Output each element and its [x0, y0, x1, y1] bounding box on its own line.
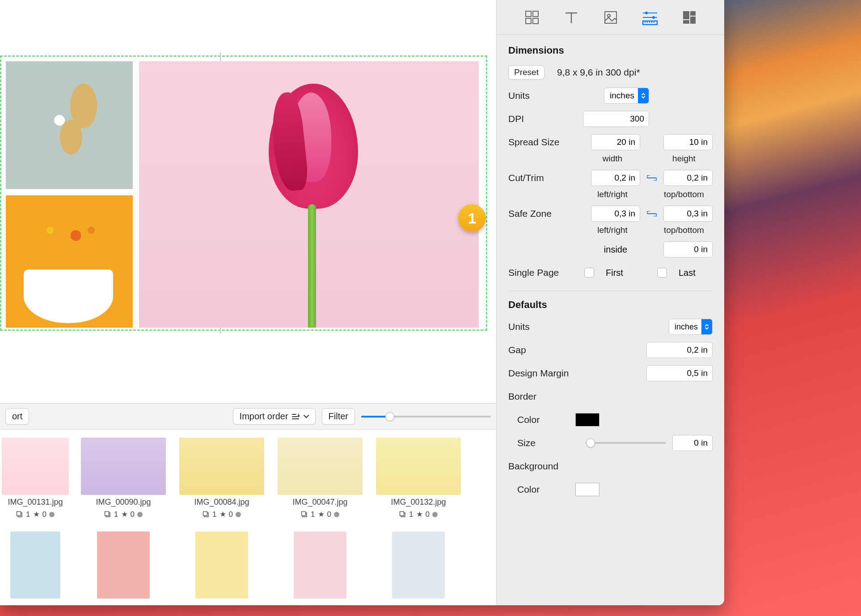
spread-height-input[interactable]: 10 in: [663, 134, 713, 150]
background-color-swatch[interactable]: [575, 483, 599, 496]
border-color-label: Color: [508, 414, 575, 425]
thumbnail-meta: 1 ★0: [301, 510, 339, 519]
filter-button[interactable]: Filter: [322, 408, 355, 425]
svg-rect-10: [526, 11, 531, 17]
thumbnail-item[interactable]: [0, 532, 71, 599]
gap-input[interactable]: 0,2 in: [646, 342, 713, 358]
svg-rect-13: [533, 18, 538, 24]
defaults-units-label: Units: [508, 321, 575, 332]
first-label: First: [606, 268, 623, 278]
safe-zone-label: Safe Zone: [508, 208, 575, 219]
copies-icon: [16, 511, 23, 518]
svg-rect-20: [690, 11, 696, 16]
dpi-input[interactable]: 300: [583, 111, 649, 127]
svg-rect-5: [203, 511, 207, 515]
star-icon: ★: [318, 510, 325, 519]
thumbnail-item[interactable]: [176, 532, 267, 599]
preset-value-text: 9,8 x 9,6 in 300 dpi*: [557, 67, 640, 78]
defaults-units-select[interactable]: inches: [669, 319, 713, 335]
thumbnail-item[interactable]: IMG_00084.jpg 1 ★0: [176, 438, 267, 519]
svg-rect-12: [526, 18, 531, 24]
thumbnail-filename: IMG_00131.jpg: [8, 498, 63, 507]
thumbnail-item[interactable]: [78, 532, 169, 599]
link-icon[interactable]: [646, 174, 657, 182]
thumbnail-image: [195, 532, 248, 599]
thumbnails-area[interactable]: IMG_00131.jpg 1 ★0 IMG_00090.jpg 1 ★0: [0, 430, 496, 605]
tab-image[interactable]: [601, 8, 620, 27]
border-size-input[interactable]: 0 in: [672, 435, 713, 451]
thumbnail-item[interactable]: IMG_00131.jpg 1 ★0: [0, 438, 71, 519]
thumbnails-row-2: [0, 532, 496, 599]
border-size-slider[interactable]: [586, 442, 666, 444]
border-label: Border: [508, 391, 575, 402]
star-icon: ★: [121, 510, 128, 519]
svg-rect-7: [302, 511, 306, 515]
svg-rect-1: [17, 511, 21, 515]
image-browser-panel: ort Import order Filter IMG_00131.jpg: [0, 403, 496, 605]
cut-lr-input[interactable]: 0,2 in: [591, 170, 640, 186]
link-icon[interactable]: [646, 210, 657, 218]
last-checkbox[interactable]: [657, 268, 667, 278]
thumbnail-item[interactable]: [274, 532, 366, 599]
placed-image-vases[interactable]: [6, 195, 133, 328]
width-sublabel: width: [584, 154, 641, 164]
status-dot-icon: [49, 512, 55, 517]
inspector-panel: Dimensions Preset 9,8 x 9,6 in 300 dpi* …: [496, 0, 724, 605]
thumbnail-item[interactable]: [373, 532, 464, 599]
canvas-area[interactable]: 1: [0, 0, 496, 402]
border-color-swatch[interactable]: [575, 413, 599, 426]
thumbnail-image: [278, 438, 363, 495]
background-label: Background: [508, 461, 575, 472]
spread[interactable]: [0, 55, 487, 331]
design-margin-input[interactable]: 0,5 in: [646, 365, 713, 381]
placed-image-daisies[interactable]: [6, 61, 133, 189]
thumbnail-item[interactable]: IMG_00090.jpg 1 ★0: [78, 438, 169, 519]
placed-image-tulip[interactable]: [139, 61, 479, 328]
tb-sublabel: top/bottom: [656, 190, 712, 199]
thumbnail-image: [294, 532, 346, 599]
tab-layout[interactable]: [523, 8, 541, 27]
tab-template[interactable]: [680, 8, 699, 27]
sort-button[interactable]: ort: [5, 408, 29, 425]
svg-rect-3: [105, 511, 109, 515]
spread-inner: [6, 61, 481, 325]
lr-sublabel-2: left/right: [584, 225, 641, 235]
copies-icon: [104, 511, 111, 518]
first-checkbox[interactable]: [584, 268, 594, 278]
thumbnail-filename: IMG_00132.jpg: [391, 498, 446, 507]
preset-button[interactable]: Preset: [508, 65, 544, 80]
thumbnail-filename: IMG_00047.jpg: [292, 498, 347, 507]
cut-tb-input[interactable]: 0,2 in: [663, 170, 713, 186]
thumbnail-meta: 1 ★0: [399, 510, 438, 519]
thumbnails-row-1: IMG_00131.jpg 1 ★0 IMG_00090.jpg 1 ★0: [0, 438, 496, 519]
thumbnail-item[interactable]: IMG_00132.jpg 1 ★0: [373, 438, 464, 519]
inside-label: inside: [591, 245, 640, 255]
thumbnail-image: [392, 532, 445, 599]
thumbnail-size-slider[interactable]: [361, 416, 491, 418]
height-sublabel: height: [656, 154, 712, 164]
import-order-button[interactable]: Import order: [233, 408, 316, 425]
svg-rect-22: [683, 20, 689, 24]
thumbnail-item[interactable]: IMG_00047.jpg 1 ★0: [274, 438, 366, 519]
tb-sublabel-2: top/bottom: [656, 225, 712, 235]
design-margin-label: Design Margin: [508, 368, 593, 379]
status-dot-icon: [334, 512, 339, 517]
border-size-label: Size: [508, 438, 575, 448]
thumbnail-image: [81, 438, 166, 495]
last-label: Last: [679, 268, 696, 278]
star-icon: ★: [416, 510, 423, 519]
lr-sublabel: left/right: [584, 190, 641, 199]
safe-lr-input[interactable]: 0,3 in: [591, 206, 640, 222]
inspector-tabs: [497, 0, 724, 35]
units-select[interactable]: inches: [604, 88, 649, 104]
inside-input[interactable]: 0 in: [663, 241, 713, 257]
tab-text[interactable]: [562, 8, 581, 27]
app-window: 1 ort Import order Filter IMG_00131.: [0, 0, 724, 605]
gap-label: Gap: [508, 345, 575, 355]
spread-width-input[interactable]: 20 in: [591, 134, 640, 150]
callout-badge-1: 1: [458, 204, 486, 232]
star-icon: ★: [219, 510, 226, 519]
tab-dimensions[interactable]: [641, 8, 659, 27]
safe-tb-input[interactable]: 0,3 in: [663, 206, 713, 222]
thumbnail-meta: 1 ★0: [104, 510, 143, 519]
